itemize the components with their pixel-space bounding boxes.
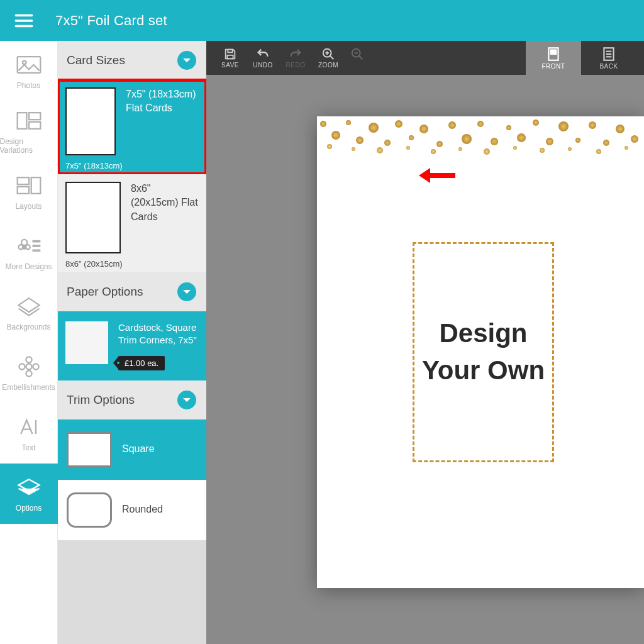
svg-point-46 xyxy=(448,121,456,129)
thumbnail xyxy=(65,87,116,155)
svg-point-42 xyxy=(395,120,402,128)
save-icon xyxy=(223,47,238,61)
menu-button[interactable] xyxy=(5,0,43,41)
section-header-card-sizes[interactable]: Card Sizes xyxy=(58,41,206,80)
trim-option-square[interactable]: Square xyxy=(58,419,206,480)
thumbnail xyxy=(67,492,112,528)
page-title: 7x5" Foil Card set xyxy=(55,13,167,29)
svg-rect-4 xyxy=(29,122,40,129)
collapse-button[interactable] xyxy=(177,391,196,409)
editor-toolbar: SAVE UNDO REDO ZOOM FRONT xyxy=(206,41,644,75)
sidebar-item-embellishments[interactable]: Embellishments xyxy=(0,343,58,403)
svg-point-41 xyxy=(384,140,391,146)
sidebar-item-label: Options xyxy=(16,504,42,513)
redo-icon xyxy=(288,47,303,61)
paper-option-cardstock[interactable]: Cardstock, Square Trim Corners, 7x5" £1.… xyxy=(58,311,206,380)
undo-icon xyxy=(255,47,270,61)
svg-point-71 xyxy=(625,146,628,150)
svg-point-49 xyxy=(491,138,498,145)
svg-point-40 xyxy=(369,123,379,133)
card-size-option-7x5[interactable]: 7x5" (18x13cm) Flat Cards 7x5" (18x13cm) xyxy=(58,80,206,174)
zoom-in-button[interactable]: ZOOM xyxy=(312,41,345,75)
undo-button[interactable]: UNDO xyxy=(247,41,279,75)
option-desc: Cardstock, Square Trim Corners, 7x5" xyxy=(118,321,199,347)
svg-point-15 xyxy=(26,364,31,369)
text-icon xyxy=(15,414,43,440)
price-tag: £1.00 ea. xyxy=(118,356,165,370)
design-placeholder-region[interactable]: Design Your Own xyxy=(413,242,554,462)
swatch xyxy=(65,321,108,364)
svg-point-48 xyxy=(477,121,484,127)
svg-point-36 xyxy=(320,121,326,127)
tab-label: BACK xyxy=(599,63,618,70)
svg-point-62 xyxy=(377,147,383,153)
svg-rect-5 xyxy=(17,177,28,184)
svg-rect-0 xyxy=(17,57,40,73)
backgrounds-icon xyxy=(15,294,43,319)
sidebar-item-label: Text xyxy=(21,443,35,452)
svg-line-24 xyxy=(330,56,334,60)
more-designs-icon xyxy=(15,233,43,258)
svg-rect-12 xyxy=(32,240,40,243)
sidebar-item-more-designs[interactable]: More Designs xyxy=(0,222,58,282)
save-button[interactable]: SAVE xyxy=(214,41,247,75)
svg-point-65 xyxy=(458,147,462,151)
gold-confetti-decoration xyxy=(317,116,644,167)
sidebar-item-label: Embellishments xyxy=(2,383,55,392)
thumbnail xyxy=(65,182,121,253)
tab-back[interactable]: BACK xyxy=(581,41,636,75)
zoom-out-icon xyxy=(350,47,365,61)
option-caption: 8x6" (20x15cm) xyxy=(65,259,123,269)
svg-point-60 xyxy=(327,144,332,149)
trim-option-rounded[interactable]: Rounded xyxy=(58,480,206,540)
embellishments-icon xyxy=(15,354,43,379)
svg-point-67 xyxy=(513,146,517,150)
svg-rect-7 xyxy=(31,177,40,194)
card-canvas[interactable]: Design Your Own xyxy=(317,116,644,588)
svg-rect-21 xyxy=(228,50,232,53)
option-desc: Rounded xyxy=(122,502,163,516)
section-header-paper-options[interactable]: Paper Options xyxy=(58,272,206,311)
section-header-trim-options[interactable]: Trim Options xyxy=(58,380,206,419)
option-caption: 7x5" (18x13cm) xyxy=(65,161,123,170)
sidebar-item-backgrounds[interactable]: Backgrounds xyxy=(0,282,58,343)
tab-front[interactable]: FRONT xyxy=(526,41,581,75)
svg-rect-31 xyxy=(551,50,557,55)
chevron-down-icon xyxy=(182,57,191,64)
svg-point-64 xyxy=(431,149,436,154)
front-icon xyxy=(545,46,562,62)
svg-point-43 xyxy=(409,135,414,140)
svg-point-18 xyxy=(19,364,25,369)
sidebar-item-options[interactable]: Options xyxy=(0,464,58,524)
tool-label: SAVE xyxy=(221,62,239,69)
left-iconbar: Photos Design Variations Layouts More De… xyxy=(0,41,58,644)
card-size-option-8x6[interactable]: 8x6" (20x15cm) Flat Cards 8x6" (20x15cm) xyxy=(58,174,206,272)
thumbnail xyxy=(67,432,112,467)
editor-area: SAVE UNDO REDO ZOOM FRONT xyxy=(206,41,644,644)
variations-icon xyxy=(15,108,43,133)
chevron-down-icon xyxy=(182,289,191,295)
tool-label: REDO xyxy=(286,62,306,69)
option-desc: Square xyxy=(122,442,155,456)
chevron-down-icon xyxy=(182,397,191,403)
sidebar-item-photos[interactable]: Photos xyxy=(0,41,58,101)
sidebar-item-text[interactable]: Text xyxy=(0,403,58,464)
svg-point-58 xyxy=(616,125,625,133)
svg-point-56 xyxy=(589,121,596,129)
svg-rect-13 xyxy=(32,245,40,247)
sidebar-item-layouts[interactable]: Layouts xyxy=(0,162,58,222)
svg-line-28 xyxy=(359,56,363,60)
section-title: Card Sizes xyxy=(67,53,125,67)
svg-point-59 xyxy=(631,135,638,143)
svg-point-17 xyxy=(26,370,31,376)
sidebar-item-design-variations[interactable]: Design Variations xyxy=(0,101,58,162)
sidebar-item-label: Design Variations xyxy=(0,137,58,155)
section-title: Trim Options xyxy=(67,393,135,407)
collapse-button[interactable] xyxy=(177,282,196,301)
redo-button[interactable]: REDO xyxy=(279,41,312,75)
zoom-out-button[interactable] xyxy=(345,41,370,75)
sidebar-item-label: Layouts xyxy=(15,202,42,211)
svg-point-38 xyxy=(346,120,351,125)
collapse-button[interactable] xyxy=(177,51,196,70)
sidebar-item-label: Backgrounds xyxy=(6,323,50,331)
